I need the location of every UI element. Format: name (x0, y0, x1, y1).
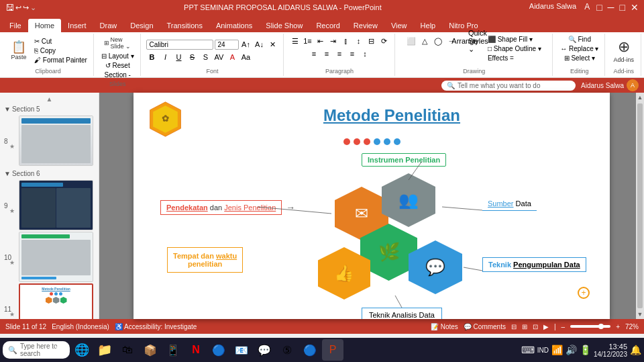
notes-button[interactable]: 📝 Notes (431, 323, 458, 330)
tab-record[interactable]: Record (309, 19, 346, 32)
bullets-button[interactable]: ☰ (289, 35, 301, 47)
panel-scroll-up[interactable]: ▲ (3, 95, 96, 103)
shape-1[interactable]: ⬜ (405, 35, 417, 47)
italic-button[interactable]: I (160, 51, 172, 63)
reset-button[interactable]: ↺ Reset (103, 61, 132, 70)
window-controls[interactable]: Aidarus Salwa A □ ─ □ ✕ (529, 2, 639, 13)
wifi-icon[interactable]: 📶 (551, 345, 563, 355)
speaker-icon[interactable]: 🔊 (566, 345, 577, 355)
font-name-input[interactable]: Calibri (146, 40, 213, 50)
font-color-button[interactable]: A (227, 51, 239, 63)
clear-format-button[interactable]: ✕ (267, 38, 279, 50)
char-spacing-button[interactable]: AV (213, 51, 225, 63)
scrollbar-up-icon[interactable]: ▲ (636, 93, 644, 102)
slide-11-thumb[interactable]: Metode Penelitian (19, 283, 93, 319)
shape-fill-button[interactable]: ⬛ Shape Fill ▾ (486, 35, 543, 44)
columns-button[interactable]: ⫿ (340, 35, 352, 47)
align-center-button[interactable]: ≡ (321, 48, 333, 60)
taskbar-netflix-icon[interactable]: N (185, 339, 207, 361)
taskbar-chrome-icon[interactable]: 🔵 (299, 339, 321, 361)
font-case-button[interactable]: Aa (240, 51, 252, 63)
slide-10-thumb[interactable] (19, 232, 93, 282)
user-avatar[interactable]: A (584, 2, 590, 13)
battery-icon[interactable]: 🔋 (580, 345, 591, 355)
minimize-button-icon[interactable]: ─ (608, 2, 614, 13)
taskbar-icon8[interactable]: 📧 (231, 339, 252, 361)
tab-slideshow[interactable]: Slide Show (259, 19, 309, 32)
taskbar-icon10[interactable]: ⑤ (276, 339, 298, 361)
zoom-thumb[interactable] (598, 324, 604, 329)
addins-button[interactable]: ⊕ Add-ins (610, 37, 637, 64)
align-left-button[interactable]: ≡ (308, 48, 320, 60)
replace-button[interactable]: ↔ Replace ▾ (558, 44, 600, 53)
decrease-font-button[interactable]: A↓ (254, 38, 266, 50)
tab-help[interactable]: Help (414, 19, 443, 32)
close-button-icon[interactable]: ✕ (631, 2, 639, 13)
shape-3[interactable]: ◯ (432, 35, 444, 47)
shape-effects-button[interactable]: Effects = (486, 54, 543, 62)
slide-9-thumb[interactable] (19, 180, 93, 230)
align-text-button[interactable]: ⊟ (366, 35, 378, 47)
task-view-button[interactable]: ⧉ (48, 339, 70, 361)
search-taskbar-button[interactable]: 🔍 Type here to search (25, 339, 47, 361)
zoom-plus-button[interactable]: + (616, 323, 620, 330)
view-outline-icon[interactable]: ⊞ (522, 323, 527, 330)
slide-8-thumb[interactable] (19, 116, 93, 166)
tab-home[interactable]: Home (28, 19, 61, 32)
taskbar-dropbox-icon[interactable]: 📦 (140, 339, 161, 361)
layout-button[interactable]: ⊟ Layout ▾ (99, 52, 136, 60)
section-button[interactable]: Section - (102, 71, 132, 79)
align-right-button[interactable]: ≡ (333, 48, 345, 60)
quick-access[interactable]: 🖫 ↩ ↪ ⌄ (5, 3, 36, 13)
keyboard-icon[interactable]: ⌨ (521, 345, 535, 355)
quick-styles-button[interactable]: Quick Styles ⌄ (472, 35, 484, 47)
tab-design[interactable]: Design (123, 19, 160, 32)
cut-button[interactable]: ✂ Cut (32, 37, 89, 46)
zoom-minus-button[interactable]: – (561, 323, 566, 330)
tab-transitions[interactable]: Transitions (160, 19, 209, 32)
text-direction-button[interactable]: ↕ (353, 35, 365, 47)
increase-indent-button[interactable]: ⇥ (327, 35, 339, 47)
user-avatar-bar[interactable]: A (627, 79, 639, 91)
shadow-button[interactable]: S (200, 51, 212, 63)
new-slide-button[interactable]: ⊞ NewSlide ⌄ (101, 35, 133, 51)
copy-button[interactable]: ⎘ Copy (32, 46, 89, 55)
ribbon-search-box[interactable]: 🔍 Tell me what you want to do (441, 81, 576, 91)
taskbar-icon7[interactable]: 🔵 (208, 339, 229, 361)
decrease-indent-button[interactable]: ⇤ (315, 35, 327, 47)
find-button[interactable]: 🔍 Find (566, 35, 593, 44)
bold-button[interactable]: B (146, 51, 158, 63)
justify-button[interactable]: ≡ (346, 48, 358, 60)
paste-button[interactable]: 📋 Paste (7, 40, 31, 62)
taskbar-whatsapp-icon[interactable]: 💬 (254, 339, 275, 361)
taskbar-icon5[interactable]: 📱 (162, 339, 184, 361)
shape-2[interactable]: △ (419, 35, 431, 47)
taskbar-store-icon[interactable]: 🛍 (117, 339, 138, 361)
zoom-slider[interactable] (570, 325, 610, 328)
tab-review[interactable]: Review (347, 19, 384, 32)
taskbar-edge-icon[interactable]: 🌐 (71, 339, 93, 361)
taskbar-powerpoint-icon[interactable]: P (322, 339, 343, 361)
maximize-button-icon[interactable]: □ (620, 2, 625, 13)
numbering-button[interactable]: 1≡ (302, 35, 314, 47)
zoom-level[interactable]: 72% (625, 323, 639, 330)
notification-icon[interactable]: 🔔 (630, 345, 641, 355)
view-presenter-icon[interactable]: ▶ (543, 323, 549, 330)
plus-icon[interactable]: + (578, 287, 590, 299)
select-button[interactable]: ⊞ Select ▾ (562, 54, 597, 62)
tab-file[interactable]: File (3, 19, 28, 32)
tab-insert[interactable]: Insert (61, 19, 93, 32)
strikethrough-button[interactable]: S (186, 51, 199, 63)
canvas-scrollbar[interactable]: ▲ ▼ (636, 93, 644, 319)
increase-font-button[interactable]: A↑ (240, 38, 252, 50)
underline-button[interactable]: U (173, 51, 185, 63)
smartart-button[interactable]: ⟳ (378, 35, 390, 47)
view-normal-icon[interactable]: ⊟ (511, 323, 517, 330)
font-size-input[interactable]: 24 (215, 40, 239, 50)
ribbon-toggle-icon[interactable]: □ (596, 2, 602, 13)
tab-animations[interactable]: Animations (209, 19, 259, 32)
tab-view[interactable]: View (384, 19, 414, 32)
tab-draw[interactable]: Draw (93, 19, 124, 32)
line-spacing-button[interactable]: ↕ (359, 48, 371, 60)
shape-outline-button[interactable]: □ Shape Outline ▾ (486, 44, 543, 53)
